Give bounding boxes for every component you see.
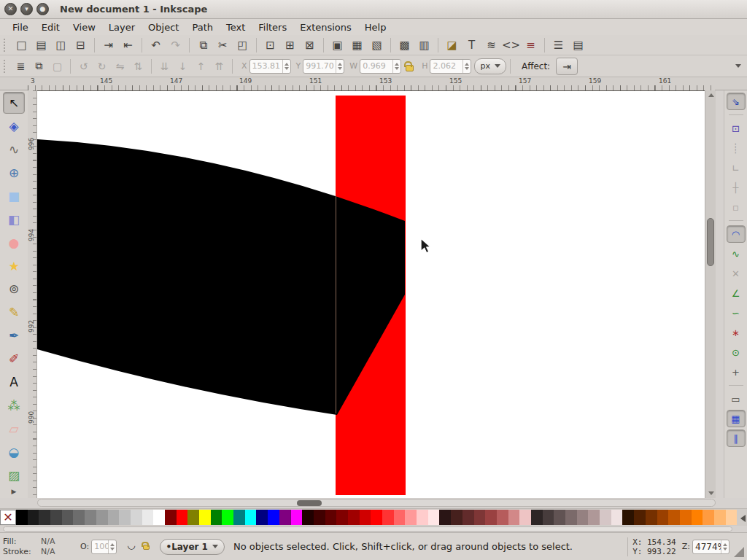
palette-swatch[interactable] — [245, 510, 257, 525]
layers-dialog-button[interactable]: ≋ — [481, 36, 501, 54]
palette-swatch[interactable] — [692, 510, 703, 525]
palette-swatch[interactable] — [256, 510, 268, 525]
spinner-down-icon[interactable] — [723, 548, 727, 551]
palette-swatch[interactable] — [428, 510, 440, 525]
snap-grids-button[interactable]: ▦ — [727, 410, 746, 427]
xml-editor-button[interactable]: <> — [501, 36, 521, 54]
vertical-ruler[interactable]: 996994992990988 — [28, 90, 37, 498]
duplicate-button[interactable]: ▣ — [328, 36, 347, 54]
spinner-down-icon[interactable] — [338, 67, 342, 70]
horizontal-scrollbar-thumb[interactable] — [297, 500, 322, 506]
unlink-clone-button[interactable]: ▧ — [367, 36, 387, 54]
snap-enable-button[interactable]: ⇘ — [727, 93, 746, 110]
palette-swatch[interactable] — [222, 510, 233, 525]
spinner-down-icon[interactable] — [465, 67, 469, 70]
close-icon[interactable]: ✕ — [4, 3, 17, 15]
palette-swatch[interactable] — [577, 510, 589, 525]
eraser-tool[interactable]: ▱ — [3, 418, 25, 440]
paint-bucket-tool[interactable]: ◒ — [3, 441, 25, 463]
w-spinner[interactable] — [392, 60, 400, 73]
menu-layer[interactable]: Layer — [102, 20, 142, 34]
selector-tool[interactable]: ↖ — [3, 92, 25, 114]
palette-swatch[interactable] — [336, 510, 348, 525]
palette-swatch[interactable] — [211, 510, 222, 525]
spiral-tool[interactable]: ⊚ — [3, 279, 25, 300]
x-field[interactable]: 153.81 — [249, 59, 291, 74]
palette-swatch[interactable] — [199, 510, 211, 525]
create-clone-button[interactable]: ▦ — [347, 36, 367, 54]
undo-button[interactable]: ↶ — [146, 36, 166, 54]
inkscape-preferences-button[interactable]: ☰ — [549, 36, 568, 54]
snap-smooth-nodes-button[interactable]: ∽ — [727, 304, 746, 322]
units-dropdown[interactable]: px — [474, 58, 506, 74]
palette-swatch[interactable] — [142, 510, 154, 525]
pencil-tool[interactable]: ✎ — [3, 301, 25, 323]
zoom-spinner[interactable] — [721, 540, 729, 553]
print-document-button[interactable]: ⊟ — [71, 36, 90, 54]
palette-swatch[interactable] — [417, 510, 428, 525]
palette-swatch[interactable] — [302, 510, 314, 525]
palette-swatch[interactable] — [657, 510, 669, 525]
palette-swatch[interactable] — [291, 510, 303, 525]
rectangle-tool[interactable]: ■ — [3, 185, 25, 207]
palette-swatch[interactable] — [39, 510, 50, 525]
3dbox-tool[interactable]: ◧ — [3, 209, 25, 230]
vertical-scrollbar-thumb[interactable] — [707, 218, 714, 266]
palette-swatch[interactable] — [474, 510, 486, 525]
tweak-tool[interactable]: ∿ — [3, 139, 25, 160]
palette-swatch[interactable] — [668, 510, 680, 525]
palette-swatch[interactable] — [405, 510, 417, 525]
zoom-to-selection-button[interactable]: ⊡ — [260, 36, 280, 54]
snap-to-paths-button[interactable]: ∿ — [727, 245, 746, 262]
palette-swatch[interactable] — [565, 510, 577, 525]
horizontal-scrollbar-track[interactable] — [37, 499, 716, 507]
palette-scrollbar-track[interactable] — [3, 526, 732, 532]
menu-file[interactable]: File — [6, 20, 35, 34]
open-document-button[interactable]: ▤ — [31, 36, 51, 54]
menu-object[interactable]: Object — [142, 20, 185, 34]
gradient-tool[interactable]: ▨ — [3, 464, 25, 486]
palette-swatch[interactable] — [85, 510, 96, 525]
text-tool[interactable]: A — [3, 371, 25, 393]
minimize-icon[interactable]: ▾ — [20, 3, 33, 15]
palette-swatch[interactable] — [382, 510, 394, 525]
menu-help[interactable]: Help — [358, 20, 393, 34]
export-bitmap-button[interactable]: ⇤ — [118, 36, 138, 54]
palette-swatch[interactable] — [108, 510, 120, 525]
palette-swatch[interactable] — [73, 510, 85, 525]
palette-swatch[interactable] — [96, 510, 108, 525]
palette-swatch[interactable] — [233, 510, 245, 525]
palette-scrollbar[interactable] — [0, 526, 747, 532]
snap-cusp-nodes-button[interactable]: ∠ — [727, 284, 746, 302]
palette-swatch[interactable] — [371, 510, 382, 525]
spinner-down-icon[interactable] — [110, 548, 115, 551]
spray-tool[interactable]: ⁂ — [3, 394, 25, 416]
h-spinner[interactable] — [462, 60, 471, 73]
fill-and-stroke-dialog-button[interactable]: ◪ — [442, 36, 462, 54]
palette-swatch[interactable] — [28, 510, 39, 525]
menu-view[interactable]: View — [66, 20, 102, 34]
palette-swatch[interactable] — [519, 510, 531, 525]
palette-swatch[interactable] — [62, 510, 74, 525]
toolbar-drag-handle[interactable] — [4, 60, 9, 73]
menu-text[interactable]: Text — [220, 20, 252, 34]
scroll-down-icon[interactable] — [708, 491, 714, 495]
copy-button[interactable]: ⧉ — [193, 36, 213, 54]
toolbar-overflow-icon[interactable] — [735, 64, 741, 68]
palette-swatch[interactable] — [554, 510, 565, 525]
zoom-tool[interactable]: ⊕ — [3, 162, 25, 184]
palette-swatch[interactable] — [394, 510, 406, 525]
save-document-button[interactable]: ◫ — [51, 36, 71, 54]
lock-ratio-icon[interactable] — [406, 65, 414, 71]
w-field[interactable]: 0.969 — [360, 59, 401, 74]
palette-swatch[interactable] — [588, 510, 600, 525]
layer-lock-icon[interactable] — [143, 545, 150, 550]
snap-bounding-box-button[interactable]: ⊡ — [727, 120, 746, 137]
toolbox-overflow-icon[interactable]: ▶ — [12, 488, 17, 495]
palette-swatch[interactable] — [360, 510, 371, 525]
palette-swatch[interactable] — [314, 510, 325, 525]
ellipse-tool[interactable]: ● — [3, 232, 25, 254]
snap-rotation-centers-button[interactable]: + — [727, 363, 746, 381]
y-spinner[interactable] — [336, 60, 344, 73]
palette-swatch[interactable] — [348, 510, 360, 525]
